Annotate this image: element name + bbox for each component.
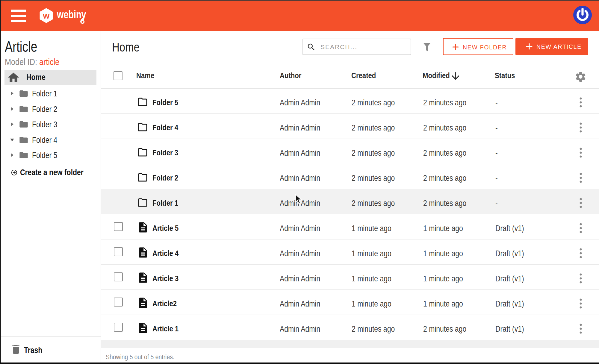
svg-text:w: w (43, 11, 50, 20)
